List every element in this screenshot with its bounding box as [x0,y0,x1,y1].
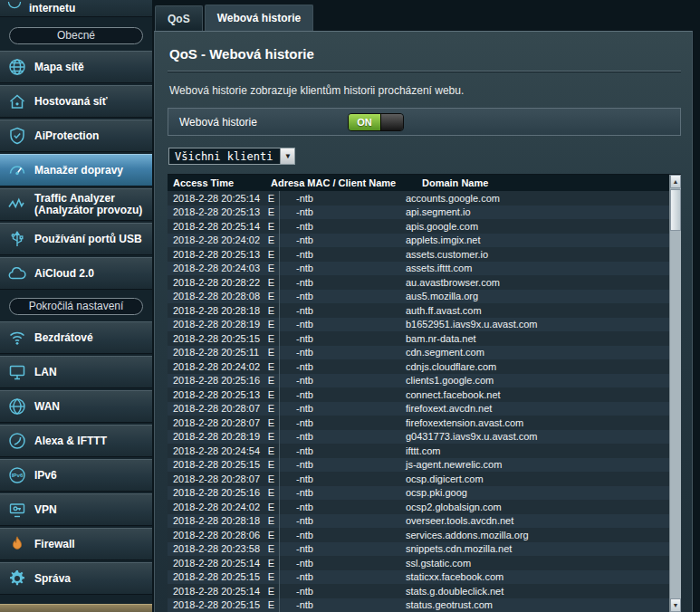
cell-flag: E [264,416,279,430]
cell-client-name: -ntb [279,247,406,262]
table-row: 2018-2-28 20:25:14E-ntbssl.gstatic.com [168,556,669,570]
cell-client-name: -ntb [279,206,406,220]
sidebar: internetu ObecnéMapa sítěHostovaná síťAi… [0,0,152,612]
sidebar-item-aicloud-2-0[interactable]: AiCloud 2.0 [0,257,152,290]
shield-icon [6,126,28,146]
cell-access-time: 2018-2-28 20:24:54 [168,444,264,458]
main-area: QoS Webová historie QoS - Webová histori… [152,0,700,612]
cell-flag: E [264,486,279,501]
table-row: 2018-2-28 20:24:02E-ntbcdnjs.cloudflare.… [168,359,669,374]
table-row: 2018-2-28 20:25:15E-ntbbam.nr-data.net [168,331,669,346]
table-row: 2018-2-28 20:28:22E-ntbau.avastbrowser.c… [168,275,669,290]
cell-flag: E [264,191,279,206]
sidebar-item-quick-internet-setup[interactable]: internetu [0,0,152,17]
cell-domain-name: js-agent.newrelic.com [406,458,669,473]
sidebar-item-sprava[interactable]: Správa [0,562,152,595]
cloud-icon [6,263,28,283]
cell-flag: E [264,528,279,542]
scroll-up-icon[interactable]: ▲ [670,175,681,188]
cell-flag: E [264,262,279,276]
cell-access-time: 2018-2-28 20:23:58 [168,542,264,557]
scrollbar-thumb[interactable] [670,189,681,231]
sidebar-item-alexa-ifttt[interactable]: Alexa & IFTTT [0,425,152,457]
sidebar-item-pouzivani-portu-usb[interactable]: Používání portů USB [0,223,152,255]
cell-flag: E [264,331,279,346]
cell-domain-name: ocsp.pki.goog [406,486,669,501]
scroll-down-icon[interactable]: ▼ [670,598,681,612]
client-filter-select[interactable]: Všichni klienti ▼ [168,148,295,165]
sidebar-item-label: Bezdrátové [34,332,93,344]
cell-client-name: -ntb [279,542,406,557]
column-header-access-time: Access Time [168,177,271,188]
cell-flag: E [264,247,279,262]
sidebar-item-label: Správa [34,573,71,585]
sidebar-item-aiprotection[interactable]: AiProtection [0,120,152,152]
cell-flag: E [264,514,279,529]
tab-web-history[interactable]: Webová historie [205,5,313,31]
cell-access-time: 2018-2-28 20:24:03 [168,262,264,276]
cell-client-name: -ntb [279,359,406,374]
cell-domain-name: auth.ff.avast.com [406,303,669,318]
table-scrollbar[interactable]: ▲ ▼ [669,175,681,612]
traffic-analyzer-icon [6,195,28,215]
cell-domain-name: bam.nr-data.net [406,331,669,346]
cell-flag: E [264,275,279,290]
table-body: 2018-2-28 20:25:14E-ntbaccounts.google.c… [168,191,669,612]
cell-access-time: 2018-2-28 20:25:13 [168,206,264,220]
tab-qos[interactable]: QoS [155,5,203,31]
sidebar-item-firewall[interactable]: Firewall [0,528,152,560]
sidebar-item-vpn[interactable]: VPN [0,493,152,526]
cell-client-name: -ntb [279,346,406,360]
cell-access-time: 2018-2-28 20:28:07 [168,402,264,416]
column-header-mac-client: Adresa MAC / Client Name [271,177,422,188]
table-row: 2018-2-28 20:25:15E-ntbstatus.geotrust.c… [168,598,669,612]
cell-client-name: -ntb [279,290,406,304]
cell-domain-name: connect.facebook.net [406,387,669,402]
table-header: Access Time Adresa MAC / Client Name Dom… [168,175,669,191]
sidebar-item-partial-bottom[interactable] [0,604,152,612]
sidebar-section-header: Pokročilá nastavení [9,298,143,315]
table-row: 2018-2-28 20:25:14E-ntbapis.google.com [168,219,669,234]
sidebar-item-mapa-site[interactable]: Mapa sítě [0,51,152,83]
web-history-toggle[interactable]: ON [348,113,404,131]
cell-client-name: -ntb [279,234,406,248]
cell-access-time: 2018-2-28 20:25:13 [168,387,264,402]
cell-access-time: 2018-2-28 20:24:02 [168,359,264,374]
cell-flag: E [264,387,279,402]
vpn-icon [6,500,28,520]
cell-domain-name: staticxx.facebook.com [406,570,669,585]
cell-flag: E [264,570,279,585]
dropdown-arrow-icon[interactable]: ▼ [280,148,294,164]
cell-access-time: 2018-2-28 20:28:18 [168,303,264,318]
sidebar-item-lan[interactable]: LAN [0,356,152,388]
sidebar-item-wan[interactable]: WAN [0,390,152,423]
sidebar-item-label: Alexa & IFTTT [34,435,107,447]
cell-flag: E [264,318,279,332]
cell-client-name: -ntb [279,303,406,318]
sidebar-item-hostovana-sit[interactable]: Hostovaná síť [0,85,152,118]
sidebar-item-traffic-analyzer-analyzator-provozu[interactable]: Traffic Analyzer (Analyzátor provozu) [0,188,152,221]
cell-client-name: -ntb [279,262,406,276]
cell-client-name: -ntb [279,416,406,430]
cell-client-name: -ntb [279,331,406,346]
sidebar-item-manazer-dopravy[interactable]: Manažer dopravy [0,154,152,186]
cell-client-name: -ntb [279,598,406,612]
firewall-icon [6,534,28,554]
ipv6-icon: IPv6 [6,465,28,485]
alexa-icon [6,431,28,451]
cell-client-name: -ntb [279,458,406,473]
network-map-icon [6,57,28,77]
sidebar-item-bezdratove[interactable]: Bezdrátové [0,321,152,354]
cell-flag: E [264,402,279,416]
sidebar-item-ipv6[interactable]: IPv6IPv6 [0,459,152,492]
table-row: 2018-2-28 20:28:08E-ntbaus5.mozilla.org [168,290,669,304]
cell-domain-name: ocsp2.globalsign.com [406,500,669,514]
table-row: 2018-2-28 20:28:07E-ntbfirefoxext.avcdn.… [168,402,669,416]
table-row: 2018-2-28 20:25:14E-ntbaccounts.google.c… [168,191,669,206]
cell-flag: E [264,458,279,473]
cell-client-name: -ntb [279,387,406,402]
cell-domain-name: services.addons.mozilla.org [406,528,669,542]
cell-domain-name: aus5.mozilla.org [406,290,669,304]
traffic-manager-icon [6,160,28,180]
cell-access-time: 2018-2-28 20:24:02 [168,500,264,514]
